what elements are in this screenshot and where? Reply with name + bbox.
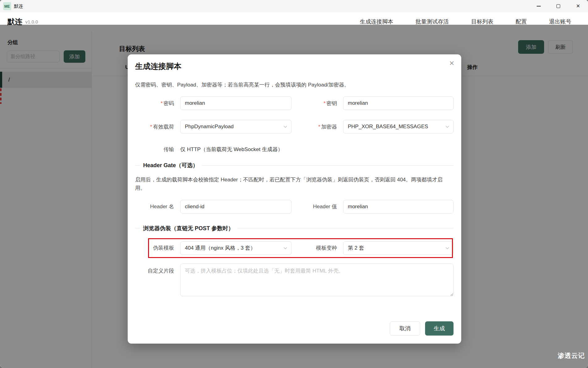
template-variant-select[interactable]: 第 2 套 [343,241,454,255]
divider-dash [135,165,140,166]
modal-title: 生成连接脚本 [135,61,454,71]
password-input[interactable] [180,96,292,110]
nav-batch-test[interactable]: 批量测试存活 [415,18,449,25]
window-title: 默连 [14,3,23,9]
template-variant-label: 模板变种 [292,244,343,252]
mask-template-row-wrapper: 伪装模板 404 通用（nginx 风格，3 套） 模板变种 第 2 套 [135,241,454,255]
chevron-down-icon [283,246,288,250]
header-value-label: Header 值 [292,203,343,210]
divider-dash [135,228,140,228]
custom-snippet-textarea[interactable] [180,264,454,296]
brand-version: v1.0.0 [25,19,38,24]
minimize-button[interactable] [529,0,548,12]
custom-snippet-label: 自定义片段 [135,264,180,298]
transport-label: 传输 [135,146,180,153]
nav-logout[interactable]: 退出账号 [549,18,571,25]
browser-mask-title: 浏览器伪装（直链无 POST 参数时） [143,225,234,232]
header-gate-title: Header Gate（可选） [143,162,198,169]
minimize-icon [537,6,541,6]
template-variant-select-value: 第 2 套 [348,244,364,252]
required-star: * [160,100,163,106]
encryptor-label: *加密器 [292,123,343,130]
divider-line [202,165,454,166]
row-mask-template: 伪装模板 404 通用（nginx 风格，3 套） 模板变种 第 2 套 [135,241,454,255]
main-nav: 生成连接脚本 批量测试存活 目标列表 配置 退出账号 [360,18,571,25]
nav-config[interactable]: 配置 [516,18,527,25]
header-name-label: Header 名 [135,203,180,210]
app-content: 默连 v1.0.0 生成连接脚本 批量测试存活 目标列表 配置 退出账号 分组 … [0,12,588,368]
header-gate-divider: Header Gate（可选） [135,162,454,169]
watermark: 渗透云记 [558,351,585,360]
key-label: *密钥 [292,100,343,107]
nav-generate-script[interactable]: 生成连接脚本 [360,18,393,25]
row-transport: 传输 仅 HTTP（当前载荷无 WebSocket 生成器） [135,146,454,153]
cancel-button[interactable]: 取消 [390,321,420,336]
generate-script-modal: ✕ 生成连接脚本 仅需密码、密钥、Payload、加密器等；若当前高亮某一行，会… [128,54,461,344]
chevron-down-icon [445,125,450,129]
required-star: * [150,124,152,130]
password-label: *密码 [135,100,180,107]
app-logo-icon: ME [3,2,11,10]
key-input[interactable] [343,96,454,110]
header-name-input[interactable] [180,200,292,214]
header-gate-description: 启用后，生成的载荷脚本会校验指定 Header；不匹配时，若已配置下方「浏览器伪… [135,176,454,192]
close-icon: ✕ [576,4,580,9]
app-window: ME 默连 ✕ 默连 v1.0.0 生成连接脚本 批量测试存活 目标列表 配置 … [0,0,588,368]
mask-template-label: 伪装模板 [135,244,180,252]
row-password-key: *密码 *密钥 [135,96,454,110]
payload-select-value: PhpDynamicPayload [185,124,234,130]
required-star: * [318,124,320,130]
divider-line [237,228,454,228]
mask-template-select-value: 404 通用（nginx 风格，3 套） [185,244,256,252]
titlebar: ME 默连 ✕ [0,0,588,12]
payload-select[interactable]: PhpDynamicPayload [180,120,292,133]
modal-footer: 取消 生成 [135,321,454,336]
encryptor-select[interactable]: PHP_XOR_BASE64_MESSAGES [343,120,454,133]
window-controls: ✕ [529,0,588,12]
row-payload-encryptor: *有效载荷 PhpDynamicPayload *加密器 PHP_XOR_BAS… [135,120,454,133]
header-value-input[interactable] [343,200,454,214]
maximize-button[interactable] [548,0,568,12]
chevron-down-icon [283,125,288,129]
maximize-icon [556,4,560,8]
encryptor-select-value: PHP_XOR_BASE64_MESSAGES [348,124,428,130]
mask-template-select[interactable]: 404 通用（nginx 风格，3 套） [180,241,292,255]
payload-label: *有效载荷 [135,123,180,130]
svg-text:ME: ME [4,4,10,9]
nav-target-list[interactable]: 目标列表 [471,18,493,25]
row-header-name-value: Header 名 Header 值 [135,200,454,214]
required-star: * [323,100,326,106]
transport-value: 仅 HTTP（当前载荷无 WebSocket 生成器） [180,146,283,153]
modal-close-icon[interactable]: ✕ [449,60,454,66]
close-button[interactable]: ✕ [568,0,588,12]
row-custom-snippet: 自定义片段 [135,264,454,298]
chevron-down-icon [445,246,450,250]
browser-mask-divider: 浏览器伪装（直链无 POST 参数时） [135,225,454,232]
modal-subtitle: 仅需密码、密钥、Payload、加密器等；若当前高亮某一行，会预填该项的 Pay… [135,81,454,88]
generate-button[interactable]: 生成 [425,321,454,336]
